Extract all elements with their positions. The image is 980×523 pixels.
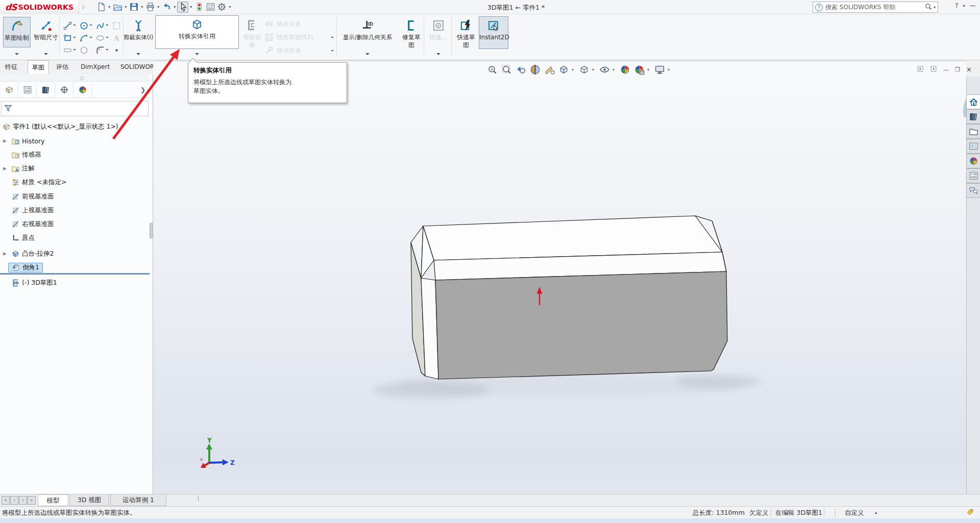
filter-funnel-icon[interactable]	[4, 104, 13, 114]
tree-item-label[interactable]: 传感器	[22, 151, 41, 159]
collapse-handle-icon[interactable]	[80, 77, 84, 80]
status-units[interactable]: 自定义	[845, 509, 864, 517]
tag-icon[interactable]	[966, 508, 974, 518]
panel-collapse-strip[interactable]	[0, 74, 150, 82]
search-magnifier-icon[interactable]	[924, 3, 933, 12]
view-palette-tab[interactable]	[966, 139, 980, 154]
tab-特征[interactable]: 特征	[1, 60, 21, 74]
fillet-tool-button[interactable]	[95, 45, 105, 55]
tab-评估[interactable]: 评估	[52, 60, 72, 74]
tree-item-10[interactable]: 倒角1	[0, 262, 43, 273]
dropdown-arrow-icon[interactable]	[73, 24, 76, 26]
tree-item-body[interactable]: History	[8, 137, 44, 145]
dropdown-arrow-icon[interactable]	[106, 37, 109, 38]
model-3d[interactable]	[153, 61, 966, 494]
offset-entities-button[interactable]: 等距实体	[241, 17, 263, 51]
dropdown-arrow-icon[interactable]	[331, 50, 334, 52]
select-cursor-icon[interactable]	[177, 2, 188, 13]
logo-flyout-arrow[interactable]	[79, 0, 88, 14]
panel-expand-chevron[interactable]: ❯	[140, 86, 145, 93]
appearances-tab[interactable]	[966, 154, 980, 168]
polygon-tool-button[interactable]	[79, 45, 89, 55]
tree-item-body[interactable]: 材质 <未指定>	[8, 178, 66, 187]
dropdown-arrow-icon[interactable]	[136, 53, 140, 55]
linear-pattern-button[interactable]: 线性草图阵列	[264, 33, 313, 42]
tree-item-label[interactable]: History	[22, 137, 44, 145]
new-doc-icon[interactable]	[95, 2, 107, 13]
minimize-button[interactable]: —	[969, 2, 975, 9]
repair-sketch-button[interactable]: 修复草图	[398, 17, 425, 49]
tree-item-label[interactable]: 前视基准面	[22, 192, 54, 201]
expand-arrow-icon[interactable]: ▶	[3, 166, 8, 171]
dropdown-arrow-icon[interactable]: ▾	[123, 5, 128, 9]
doc-tab-2[interactable]: 3D 视图	[69, 494, 109, 506]
line-button[interactable]	[62, 20, 72, 31]
tree-item-label[interactable]: 右视基准面	[22, 220, 54, 229]
dropdown-arrow-icon[interactable]	[15, 53, 19, 55]
ellipse-tool-button[interactable]	[95, 33, 105, 43]
configuration-tab[interactable]	[37, 82, 55, 97]
open-doc-icon[interactable]	[112, 2, 123, 13]
doc-tab-1[interactable]: 模型	[38, 494, 68, 506]
spline-button[interactable]	[95, 20, 105, 31]
help-button[interactable]: ?	[955, 2, 958, 9]
trim-box-button[interactable]	[111, 20, 121, 31]
tree-item-label[interactable]: 上视基准面	[22, 206, 54, 215]
expand-arrow-icon[interactable]: ▶	[3, 138, 8, 143]
tree-item-label[interactable]: 材质 <未指定>	[22, 178, 66, 187]
rapid-sketch-button[interactable]: 快速草图	[453, 17, 479, 49]
dropdown-arrow-icon[interactable]	[436, 53, 440, 55]
featuremanager-tab[interactable]	[0, 82, 18, 97]
tree-item-9[interactable]: ▶凸台-拉伸2	[0, 248, 54, 259]
slot-tool-button[interactable]	[62, 45, 72, 55]
tree-item-label[interactable]: (-) 3D草图1	[22, 279, 57, 287]
text-tool-button[interactable]: A	[111, 33, 121, 43]
dropdown-arrow-icon[interactable]	[73, 37, 76, 38]
dropdown-arrow-icon[interactable]: ▾	[227, 5, 232, 9]
instant2d-button[interactable]: Instant2D	[479, 16, 508, 49]
sketch-point-marker[interactable]	[529, 281, 544, 305]
appearance-tab[interactable]	[74, 82, 92, 97]
doc-tab-3[interactable]: 运动算例 1	[110, 494, 166, 506]
tree-item-label[interactable]: 注解	[22, 164, 35, 173]
tree-item-2[interactable]: 传感器	[0, 149, 41, 160]
tree-item-6[interactable]: 上视基准面	[0, 205, 54, 216]
tab-DimXpert[interactable]: DimXpert	[77, 60, 114, 74]
tab-scroll-3[interactable]: »	[28, 496, 36, 505]
graphics-viewport[interactable]: ▾▾▾▾▾—❐✕YZx	[153, 61, 966, 494]
units-dropdown-icon[interactable]: ▴	[875, 510, 877, 515]
dropdown-arrow-icon[interactable]: ▾	[156, 5, 161, 9]
tree-item-label[interactable]: 倒角1	[22, 263, 39, 272]
sketch-draw-button[interactable]: 草图绘制	[3, 17, 31, 47]
tab-草图[interactable]: 草图	[28, 60, 49, 74]
tree-item-label[interactable]: 零件1 (默认<<默认>_显示状态 1>)	[13, 122, 118, 131]
expand-arrow-icon[interactable]: ▶	[3, 251, 8, 256]
circle-tool-button[interactable]	[79, 20, 89, 31]
tree-item-5[interactable]: 前视基准面	[0, 191, 54, 202]
dropdown-arrow-icon[interactable]	[89, 24, 92, 26]
tree-item-3[interactable]: ▶A注解	[0, 163, 35, 174]
tree-item-body[interactable]: 凸台-拉伸2	[8, 250, 54, 258]
dropdown-arrow-icon[interactable]	[106, 49, 109, 51]
rect-tool-button[interactable]	[62, 33, 72, 43]
options-gear-icon[interactable]	[216, 2, 227, 13]
search-box[interactable]: ?搜索 SOLIDWORKS 帮助▾	[813, 2, 938, 13]
dropdown-arrow-icon[interactable]: ▾	[172, 5, 177, 9]
panel-resize-grip[interactable]	[150, 223, 153, 238]
home-tab[interactable]	[966, 94, 980, 109]
design-library-tab[interactable]	[966, 109, 980, 124]
dropdown-arrow-icon[interactable]	[106, 24, 109, 26]
tree-item-body[interactable]: 右视基准面	[8, 220, 54, 229]
help-dropdown-icon[interactable]: ▾	[963, 4, 965, 8]
tab-scroll-0[interactable]: «	[2, 496, 10, 505]
mirror-button[interactable]: 镜向实体	[264, 19, 301, 29]
dropdown-arrow-icon[interactable]	[331, 37, 334, 38]
print-icon[interactable]	[144, 2, 156, 13]
tree-filter-row[interactable]	[1, 101, 149, 116]
tree-item-11[interactable]: 3D(-) 3D草图1	[0, 277, 57, 288]
traffic-light-icon[interactable]	[193, 2, 205, 13]
view-list-icon[interactable]	[205, 2, 216, 13]
tree-item-label[interactable]: 凸台-拉伸2	[22, 250, 54, 258]
search-placeholder[interactable]: 搜索 SOLIDWORKS 帮助	[825, 3, 924, 12]
dropdown-arrow-icon[interactable]	[73, 49, 76, 51]
